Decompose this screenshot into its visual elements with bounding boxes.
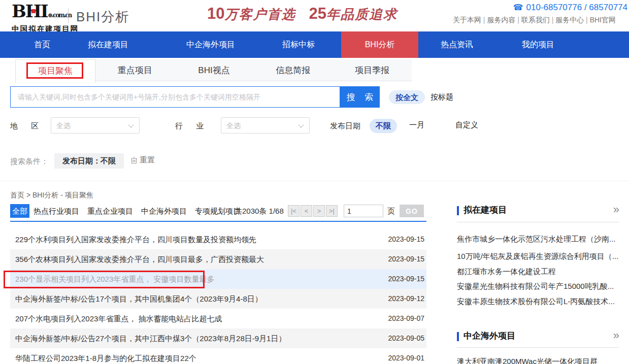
- nav-item-my-projects[interactable]: 我的项目: [522, 31, 554, 58]
- nav-item-home[interactable]: 首页: [34, 31, 50, 58]
- tab-bhi-viewpoint[interactable]: BHI视点: [175, 59, 254, 81]
- link-service-center[interactable]: 服务中心: [550, 16, 584, 24]
- date-option-custom[interactable]: 自定义: [455, 120, 478, 130]
- sidebar-item[interactable]: 焦作市城乡一体化示范区污水处理工程（沙南...: [457, 235, 619, 244]
- news-date: 2023-09-15: [388, 229, 424, 249]
- main-nav: 首页 拟在建项目 中企海外项目 招标中标 BHI分析 热点资讯 我的项目: [0, 31, 629, 58]
- sidebar-item[interactable]: 安徽丰原生物技术股份有限公司L-丙氨酸技术...: [457, 297, 619, 307]
- sidebar-divider: [457, 222, 619, 222]
- last-page-button[interactable]: >|: [326, 205, 338, 217]
- publish-date-label: 发布日期: [330, 118, 360, 134]
- news-date: 2023-09-15: [388, 269, 424, 289]
- sidebar-section-proposed: 拟在建项目 »: [457, 204, 619, 218]
- chevron-down-icon: [298, 122, 304, 127]
- list-item[interactable]: 356个农林项目列入国家发改委推介平台，四川项目最多，广西投资额最大 2023-…: [10, 249, 426, 269]
- sidebar-item[interactable]: 都江堰市水务一体化建设工程: [457, 267, 619, 277]
- page-indicator: 1/68: [269, 207, 284, 215]
- list-item[interactable]: 华陆工程公司2023年1-8月参与的化工拟在建项目22个 2023-09-01: [10, 348, 426, 364]
- condition-tag: 发布日期：不限: [54, 153, 124, 169]
- news-list: 229个水利项目列入国家发改委推介平台，四川项目数量及投资额均领先 2023-0…: [10, 229, 426, 364]
- first-page-button[interactable]: |<: [288, 205, 300, 217]
- sub-tab-bar: 项目聚焦 重点项目 BHI视点 信息简报 项目季报: [15, 59, 412, 81]
- news-date: 2023-09-15: [388, 249, 424, 269]
- link-contact[interactable]: 联系我们: [515, 16, 549, 24]
- section-title: 拟在建项目: [464, 204, 507, 216]
- phone-icon: ☎: [513, 3, 523, 12]
- prev-page-button[interactable]: <: [301, 205, 312, 217]
- search-button[interactable]: 搜 索: [340, 86, 380, 108]
- news-title[interactable]: 230个显示相关项目列入2023年省重点， 安徽项目数量最多: [15, 269, 215, 289]
- prev-page-icon: <: [305, 207, 309, 215]
- list-item-highlighted[interactable]: 230个显示相关项目列入2023年省重点， 安徽项目数量最多 2023-09-1…: [10, 269, 426, 289]
- site-logo[interactable]: BHI⊕.com.cn 中国拟在建项目网: [12, 3, 79, 34]
- category-overseas[interactable]: 中企海外项目: [141, 204, 187, 218]
- search-input[interactable]: [10, 86, 340, 108]
- tab-quarterly-report[interactable]: 项目季报: [333, 59, 412, 81]
- header-links: 关于本网服务内容联系我们服务中心BHI官网: [453, 16, 616, 25]
- list-item[interactable]: 207个水电项目列入2023年省重点， 抽水蓄能电站占比超七成 2023-09-…: [10, 309, 426, 328]
- tab-project-focus[interactable]: 项目聚焦: [15, 59, 95, 83]
- news-date: 2023-09-01: [388, 348, 424, 364]
- date-option-one-month[interactable]: 一月: [409, 120, 424, 130]
- nav-item-bidding[interactable]: 招标中标: [282, 31, 315, 58]
- list-item[interactable]: 中企海外新签/中标/公告17个项目，其中国机集团4个（2023年9月4-8日） …: [10, 289, 426, 309]
- sidebar-divider: [457, 347, 619, 348]
- header-slogan: 10万客户首选25年品质追求: [207, 5, 398, 23]
- next-page-button[interactable]: >: [313, 205, 325, 217]
- link-services[interactable]: 服务内容: [481, 16, 515, 24]
- page-number-input[interactable]: [344, 205, 383, 217]
- sidebar-item[interactable]: 安徽星光生物科技有限公司年产15000吨乳酸...: [457, 282, 619, 291]
- date-option-unlimited[interactable]: 不限: [370, 119, 397, 133]
- search-mode-fulltext[interactable]: 按全文: [389, 90, 425, 104]
- region-select[interactable]: 全选: [51, 117, 140, 134]
- header-divider: [68, 8, 69, 23]
- nav-item-hot-news[interactable]: 热点资讯: [441, 31, 473, 58]
- nav-item-overseas-projects[interactable]: 中企海外项目: [186, 31, 235, 58]
- first-page-icon: |<: [291, 207, 296, 215]
- industry-label: 行 业: [175, 118, 204, 134]
- tab-key-projects[interactable]: 重点项目: [95, 59, 175, 81]
- logo-wordmark: BHI⊕.com.cn: [12, 3, 79, 23]
- toolbar-underline: [10, 221, 426, 222]
- category-special-planning[interactable]: 专项规划项目: [195, 204, 241, 218]
- reset-button[interactable]: 重置: [130, 155, 155, 165]
- nav-item-bhi-analysis[interactable]: BHI分析: [341, 31, 418, 58]
- category-hot-industry[interactable]: 热点行业项目: [34, 204, 79, 218]
- result-count: 共2030条 1/68: [235, 204, 284, 218]
- region-label: 地 区: [10, 118, 39, 134]
- logo-circle-mark-icon: ⊕: [48, 12, 52, 19]
- trash-icon: [130, 156, 138, 164]
- link-official-site[interactable]: BHI官网: [584, 16, 616, 24]
- search-mode-title[interactable]: 按标题: [431, 92, 453, 102]
- news-title[interactable]: 中企海外新签/中标/公告27个项目，其中江西中煤3个（2023年8月28日-9月…: [15, 328, 286, 348]
- category-all[interactable]: 全部: [10, 204, 29, 218]
- sidebar-item[interactable]: 澳大利亚南澳200MWac光储一体化项目群: [457, 357, 619, 364]
- nav-item-proposed-projects[interactable]: 拟在建项目: [88, 31, 128, 58]
- double-arrow-right-icon[interactable]: »: [613, 329, 619, 342]
- link-about[interactable]: 关于本网: [453, 16, 481, 24]
- tab-info-briefing[interactable]: 信息简报: [253, 59, 333, 81]
- news-title[interactable]: 229个水利项目列入国家发改委推介平台，四川项目数量及投资额均领先: [15, 229, 256, 249]
- news-title[interactable]: 356个农林项目列入国家发改委推介平台，四川项目最多，广西投资额最大: [15, 249, 264, 269]
- sidebar-item[interactable]: 10万吨/年铝灰及废铝再生资源综合利用项目（...: [457, 252, 619, 261]
- conditions-label: 搜索条件：: [10, 154, 48, 169]
- go-button[interactable]: GO: [400, 205, 424, 217]
- news-title[interactable]: 207个水电项目列入2023年省重点， 抽水蓄能电站占比超七成: [15, 309, 222, 328]
- last-page-icon: >|: [329, 207, 335, 215]
- section-marker-icon: [457, 332, 459, 341]
- list-item[interactable]: 229个水利项目列入国家发改委推介平台，四川项目数量及投资额均领先 2023-0…: [10, 229, 426, 249]
- logo-red-dot-icon: [31, 9, 36, 13]
- news-date: 2023-09-12: [388, 289, 424, 309]
- news-title[interactable]: 中企海外新签/中标/公告17个项目，其中国机集团4个（2023年9月4-8日）: [15, 289, 262, 309]
- chevron-down-icon: [128, 122, 134, 127]
- section-divider: [0, 181, 629, 181]
- industry-select[interactable]: 全选: [221, 117, 310, 134]
- news-date: 2023-09-05: [388, 328, 424, 348]
- category-key-enterprise[interactable]: 重点企业项目: [87, 204, 133, 218]
- news-title[interactable]: 华陆工程公司2023年1-8月参与的化工拟在建项目22个: [15, 348, 196, 364]
- contact-phone: ☎010-68570776 / 68570774: [513, 3, 627, 13]
- double-arrow-right-icon[interactable]: »: [613, 203, 619, 216]
- list-item[interactable]: 中企海外新签/中标/公告27个项目，其中江西中煤3个（2023年8月28日-9月…: [10, 328, 426, 348]
- news-date: 2023-09-07: [388, 309, 424, 328]
- next-page-icon: >: [317, 207, 321, 215]
